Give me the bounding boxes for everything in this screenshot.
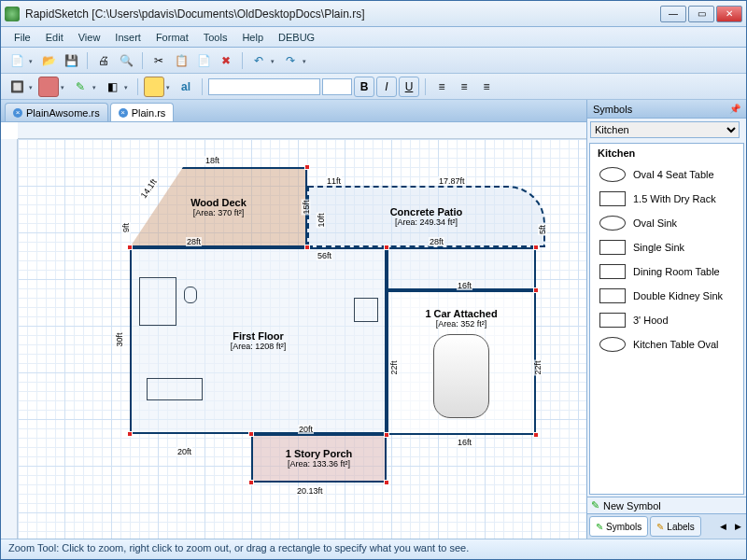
close-icon[interactable]: × [13,108,22,118]
ruler-horizontal [18,122,586,139]
vertex-point[interactable] [384,245,389,250]
room-porch[interactable]: 1 Story Porch [Area: 133.36 ft²] [251,434,387,483]
symbol-item[interactable]: Dining Room Table [590,259,743,284]
save-button[interactable]: 💾 [61,50,81,71]
symbol-item[interactable]: Single Sink [590,235,743,259]
undo-button[interactable]: ↶ [248,50,269,71]
symbol-item[interactable]: Double Kidney Sink [590,284,743,308]
vertex-point[interactable] [127,431,133,437]
new-symbol-button[interactable]: ✎ New Symbol [587,497,746,513]
symbol-item[interactable]: Oval Sink [590,211,743,235]
delete-button[interactable]: ✖ [216,50,236,71]
vertex-point[interactable] [248,480,254,485]
symbols-panel: Symbols 📌 Kitchen Kitchen Oval 4 Seat Ta… [587,100,746,539]
dim: 14.1ft [138,176,159,201]
pin-icon[interactable]: 📌 [729,104,740,114]
open-button[interactable]: 📂 [38,50,59,71]
symbol-item[interactable]: Oval 4 Seat Table [590,162,743,187]
vertex-point[interactable] [248,431,254,437]
vertex-point[interactable] [384,480,389,485]
symbol-item[interactable]: 1.5 With Dry Rack [590,187,743,211]
close-button[interactable]: ✕ [716,6,742,22]
new-button[interactable]: 📄 [7,50,27,71]
layer-button[interactable] [144,77,164,97]
vertex-point[interactable] [384,432,389,438]
preview-button[interactable]: 🔍 [116,50,136,71]
align-right-button[interactable]: ≡ [476,77,497,97]
italic-button[interactable]: I [376,77,397,97]
minimize-button[interactable]: — [660,6,686,22]
vertex-point[interactable] [304,245,310,250]
panel-tab-labels[interactable]: ✎Labels [650,516,700,537]
panel-title: Symbols 📌 [587,100,746,119]
menu-help[interactable]: Help [234,29,271,46]
room-label: 1 Car Attached [425,308,497,319]
print-button[interactable]: 🖨 [93,50,114,71]
fill-button[interactable] [38,77,59,97]
hint-bar: Zoom Tool: Click to zoom, right click to… [1,539,746,559]
canvas-area[interactable]: Wood Deck [Area: 370 ft²] Concrete Patio… [1,122,586,539]
menu-view[interactable]: View [71,29,108,46]
tab-plain[interactable]: × Plain.rs [110,103,175,121]
vertex-point[interactable] [127,245,133,250]
car-icon [433,334,489,418]
symbol-category-select[interactable]: Kitchen [590,121,740,138]
align-center-button[interactable]: ≡ [454,77,474,97]
symbol-icon [599,216,626,231]
font-family-input[interactable] [208,78,320,95]
tool1-button[interactable]: 🔲 [7,77,27,97]
symbol-item[interactable]: 3' Hood [590,308,743,332]
scroll-left-icon[interactable]: ◀ [716,516,729,537]
copy-button[interactable]: 📋 [171,50,191,71]
label-button[interactable]: al [176,77,196,97]
menu-debug[interactable]: DEBUG [271,29,322,46]
align-left-button[interactable]: ≡ [431,77,452,97]
document-tabs: × PlainAwsome.rs × Plain.rs [1,100,586,122]
room-concrete-patio[interactable]: Concrete Patio [Area: 249.34 ft²] [307,186,545,247]
font-size-input[interactable] [322,78,352,95]
paste-button[interactable]: 📄 [193,50,214,71]
tool4-button[interactable]: ◧ [102,77,122,97]
symbol-icon [599,313,626,328]
panel-tabs: ✎Symbols ✎Labels ◀ ▶ [587,513,746,539]
menu-format[interactable]: Format [148,29,196,46]
room-label: First Floor [233,330,283,342]
bold-button[interactable]: B [354,77,374,97]
menu-file[interactable]: File [7,29,38,46]
panel-tab-symbols[interactable]: ✎Symbols [589,516,648,537]
underline-button[interactable]: U [399,77,419,97]
close-icon[interactable]: × [119,108,128,118]
drawing-canvas[interactable]: Wood Deck [Area: 370 ft²] Concrete Patio… [18,139,586,539]
room-area: [Area: 133.36 ft²] [288,459,350,469]
symbol-icon [599,264,626,279]
dim: 16ft [457,281,472,290]
fixture-bath [139,277,176,326]
window-title: RapidSketch [C:\Users\pdavis\Documents\O… [25,7,660,21]
scroll-right-icon[interactable]: ▶ [731,516,744,537]
menu-edit[interactable]: Edit [38,29,71,46]
menu-tools[interactable]: Tools [196,29,235,46]
symbol-list: Kitchen Oval 4 Seat Table 1.5 With Dry R… [589,143,744,495]
redo-button[interactable]: ↷ [280,50,301,71]
ruler-vertical [1,139,18,539]
menu-insert[interactable]: Insert [107,29,148,46]
add-icon: ✎ [591,499,599,511]
vertex-point[interactable] [304,164,310,170]
maximize-button[interactable]: ▭ [688,6,714,22]
line-button[interactable]: ✎ [70,77,91,97]
fixture-couch [147,378,203,400]
dim: 20.13ft [296,486,324,496]
room-garage[interactable]: 1 Car Attached [Area: 352 ft²] [387,290,536,435]
dim: 18ft [204,156,220,165]
vertex-point[interactable] [533,245,539,250]
room-first-floor[interactable]: First Floor [Area: 1208 ft²] [130,247,387,434]
symbol-icon [599,167,626,182]
cut-button[interactable]: ✂ [148,50,169,71]
dim: 11ft [326,176,342,186]
fixture-stove [354,298,378,322]
room-area: [Area: 1208 ft²] [231,342,287,351]
vertex-point[interactable] [533,287,539,293]
tab-plainawsome[interactable]: × PlainAwsome.rs [5,103,108,121]
vertex-point[interactable] [533,432,539,438]
symbol-item[interactable]: Kitchen Table Oval [590,332,743,357]
